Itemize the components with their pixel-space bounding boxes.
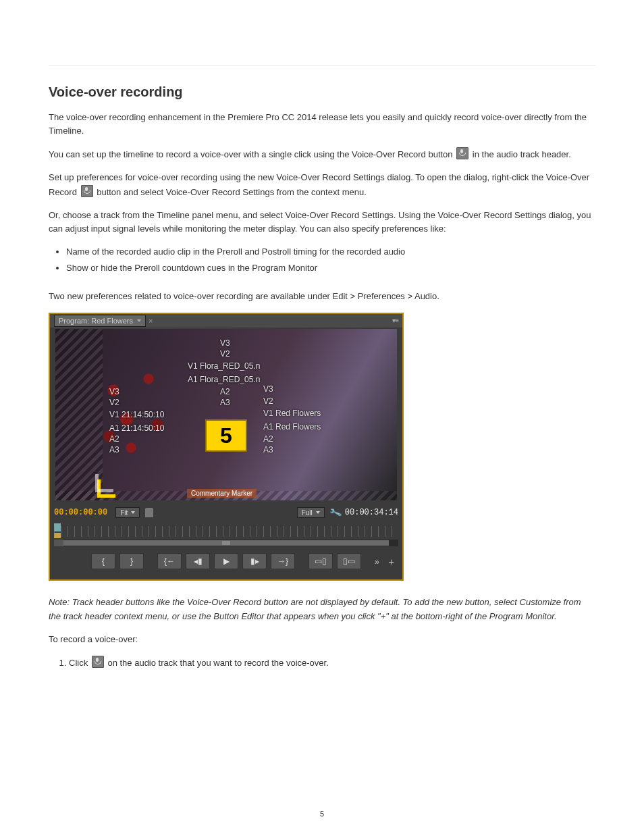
timecode-left[interactable]: 00:00:00:00	[54, 508, 107, 517]
voice-over-record-icon	[456, 147, 468, 159]
text: You can set up the timeline to record a …	[49, 149, 453, 159]
voice-over-record-icon	[81, 185, 93, 197]
scroll-handle-left[interactable]	[54, 540, 63, 546]
dropdown-label: Fit	[120, 509, 128, 517]
track-label: V1 21:14:50:10	[109, 410, 164, 419]
track-label: V1 Flora_RED_05.n	[188, 361, 260, 371]
program-view: V3 V2 V1 Flora_RED_05.n A1 Flora_RED_05.…	[55, 329, 397, 500]
track-label: V2	[263, 396, 273, 406]
mark-out-button[interactable]: }	[119, 553, 144, 569]
step-forward-button[interactable]: ▮▸	[242, 553, 267, 569]
button-editor-add-icon[interactable]: +	[388, 556, 394, 567]
mark-in-button[interactable]: {	[91, 553, 115, 569]
track-label: A3	[263, 445, 273, 454]
dropdown-label: Full	[302, 509, 313, 517]
panel-tabbar: Program: Red Flowers × ▾≡	[50, 314, 402, 328]
status-row: 00:00:00:00 Fit Full 🔧 00:00:34:14	[54, 506, 398, 519]
text: on the audio track that you want to reco…	[107, 658, 328, 668]
track-label: A2	[109, 434, 119, 444]
zoom-fit-dropdown[interactable]: Fit	[115, 507, 140, 518]
track-label: A2	[263, 434, 273, 444]
commentary-marker-label: Commentary Marker	[187, 489, 257, 498]
panel-tab[interactable]: Program: Red Flowers	[54, 315, 146, 327]
text: Click	[69, 658, 88, 668]
track-label: V3	[220, 338, 230, 348]
timecode-right: 00:00:34:14	[345, 508, 398, 517]
text: in the audio track header.	[473, 149, 571, 159]
text: button and select Voice-Over Record Sett…	[97, 187, 367, 197]
chevron-down-icon	[316, 511, 320, 514]
track-label: V3	[109, 387, 119, 396]
zoom-scrollbar[interactable]	[54, 540, 398, 546]
track-label: A1 Red Flowers	[263, 422, 321, 432]
time-ruler[interactable]	[54, 523, 398, 538]
track-label: A1 Flora_RED_05.n	[188, 375, 260, 384]
close-icon[interactable]: ×	[149, 317, 153, 325]
paragraph-intro: The voice-over recording enhancement in …	[49, 111, 595, 138]
chevron-down-icon[interactable]	[137, 319, 141, 322]
transport-controls: { } {← ◂▮ ▶ ▮▸ →} ▭▯ ▯▭ » +	[54, 550, 398, 572]
scroll-grip-icon	[222, 541, 230, 545]
horizontal-rule	[49, 65, 595, 66]
track-label: V2	[220, 349, 230, 359]
chevron-down-icon	[131, 511, 135, 514]
extract-button[interactable]: ▯▭	[337, 553, 361, 569]
go-to-out-button[interactable]: →}	[271, 553, 295, 569]
panel-menu-icon[interactable]: ▾≡	[392, 317, 398, 324]
paragraph-prefs-desc: Or, choose a track from the Timeline pan…	[49, 209, 595, 236]
track-label: A1 21:14:50:10	[109, 423, 164, 433]
steps-list: Click on the audio track that you want t…	[49, 656, 595, 670]
paragraph-prefs: Set up preferences for voice-over record…	[49, 171, 595, 199]
list-item: Click on the audio track that you want t…	[69, 656, 595, 670]
resolution-dropdown[interactable]: Full	[297, 507, 325, 518]
tab-label: Program: Red Flowers	[59, 317, 133, 325]
steps-lead: To record a voice-over:	[49, 633, 595, 646]
program-monitor-screenshot: Program: Red Flowers × ▾≡ V3 V2 V1 Flora…	[49, 313, 404, 581]
track-label: V1 Red Flowers	[263, 409, 321, 418]
lift-button[interactable]: ▭▯	[308, 553, 333, 569]
marker-icon[interactable]	[145, 508, 153, 517]
bullet-list: Name of the recorded audio clip in the P…	[49, 245, 595, 275]
play-button[interactable]: ▶	[214, 553, 238, 569]
ruler-ticks	[54, 526, 398, 537]
go-to-in-button[interactable]: {←	[157, 553, 182, 569]
paragraph-two-prefs: Two new preferences related to voice-ove…	[49, 290, 595, 303]
list-item: Show or hide the Preroll countdown cues …	[66, 261, 595, 275]
wrench-icon[interactable]: 🔧	[329, 506, 341, 519]
section-heading: Voice-over recording	[49, 84, 595, 100]
page-number: 5	[0, 810, 644, 818]
track-label: A3	[109, 445, 119, 454]
track-label: A2	[220, 387, 230, 396]
note-paragraph: Note: Track header buttons like the Voic…	[49, 596, 595, 623]
track-label: V2	[109, 398, 119, 407]
list-item: Name of the recorded audio clip in the P…	[66, 245, 595, 259]
countdown-display: 5	[205, 419, 247, 452]
track-label: A3	[220, 398, 230, 407]
overflow-icon[interactable]: »	[375, 556, 379, 567]
step-back-button[interactable]: ◂▮	[186, 553, 210, 569]
in-point-marker-icon	[97, 479, 115, 498]
paragraph-settings: You can set up the timeline to record a …	[49, 147, 595, 161]
track-label: V3	[263, 384, 273, 394]
voice-over-record-icon	[92, 656, 104, 668]
